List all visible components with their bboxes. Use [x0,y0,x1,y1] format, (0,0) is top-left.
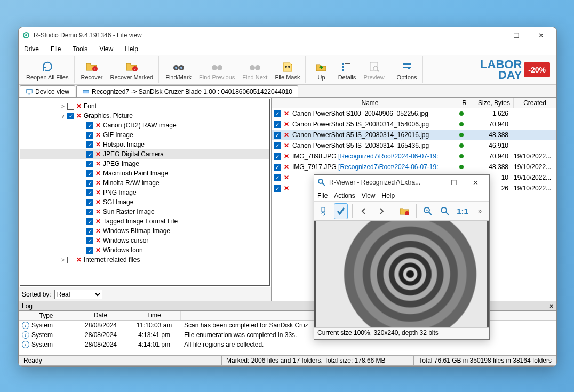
checkbox[interactable] [67,113,74,119]
checkbox[interactable] [274,164,281,171]
checkbox[interactable] [86,141,93,148]
checkbox[interactable] [274,153,281,160]
file-link[interactable]: [Recognized7\Root\2024-06-07-19: [338,153,438,160]
tab-device-view[interactable]: Device view [20,85,75,97]
menu-view[interactable]: View [97,44,115,54]
recover-marked-button[interactable]: ✓Recover Marked [107,57,156,83]
log-close-icon[interactable]: × [549,302,553,310]
close-button[interactable]: ✕ [529,27,553,43]
tree-row[interactable]: ✕Windows Icon [20,245,269,255]
find-previous-button[interactable]: Find Previous [196,57,238,83]
col-name[interactable]: Name [283,98,457,108]
tree-row[interactable]: ✕Hotspot Image [20,140,269,149]
up-button[interactable]: Up [309,57,333,83]
minimize-button[interactable]: — [480,27,504,43]
viewer-prev-button[interactable] [357,203,371,219]
viewer-minimize-button[interactable]: — [422,175,443,189]
checkbox[interactable] [86,237,93,244]
tree-row[interactable]: ✕Windows cursor [20,236,269,245]
tree-row[interactable]: ✕Sun Raster Image [20,207,269,217]
viewer-next-button[interactable] [374,203,389,219]
viewer-check-button[interactable] [334,203,348,219]
viewer-close-button[interactable]: ✕ [465,175,486,189]
tree-row[interactable]: ✕Tagged Image Format File [20,217,269,226]
checkbox[interactable] [67,257,74,263]
menu-help[interactable]: Help [123,44,140,54]
maximize-button[interactable]: ☐ [504,27,529,43]
table-row[interactable]: ✕Canon PowerShot S5 IS_20080314_165436.j… [272,140,556,151]
col-created[interactable]: Created [514,98,556,108]
checkbox[interactable] [274,174,281,181]
find-next-button[interactable]: Find Next [239,57,270,83]
viewer-maximize-button[interactable]: ☐ [443,175,465,189]
menu-tools[interactable]: Tools [70,44,90,54]
tab-recognized-path[interactable]: Recognized7 -> SanDisk Cruzer Blade 1.00… [76,85,298,97]
sort-select[interactable]: Real [54,290,102,299]
viewer-menu-file[interactable]: File [317,192,328,199]
table-row[interactable]: ✕Canon PowerShot S100_20040906_052256.jp… [272,108,556,119]
find-mark-button[interactable]: Find/Mark [162,57,195,83]
promo-banner[interactable]: LABORDAY -20% [480,59,554,81]
file-link[interactable]: [Recognized7\Root\2024-06-07-19: [338,163,438,171]
viewer-zoom-11-button[interactable]: 1:1 [456,203,470,219]
viewer-more-button[interactable]: » [473,203,487,219]
table-row[interactable]: ✕Canon PowerShot S5 IS_20080314_162016.j… [272,130,556,140]
viewer-recover-button[interactable] [397,203,412,219]
tree-row[interactable]: ✕SGI Image [20,197,269,207]
checkbox[interactable] [86,209,93,215]
table-row[interactable]: ✕Canon PowerShot S5 IS_20080314_154006.j… [272,119,556,130]
checkbox[interactable] [274,142,281,149]
tree-row[interactable]: ✕Canon (CR2) RAW image [20,121,269,130]
checkbox[interactable] [86,170,93,177]
checkbox[interactable] [86,189,93,196]
checkbox[interactable] [274,185,281,192]
viewer-menu-actions[interactable]: Actions [334,192,355,199]
checkbox[interactable] [86,247,93,254]
viewer-titlebar[interactable]: R-Viewer - Recognized7\Extra... — ☐ ✕ [314,175,489,190]
viewer-menu-help[interactable]: Help [382,192,395,199]
tree-row[interactable]: ✕Minolta RAW image [20,178,269,188]
checkbox[interactable] [274,110,281,117]
tree-row[interactable]: >✕Font [20,101,269,111]
viewer-menu-view[interactable]: View [362,192,376,199]
tree-row[interactable]: ✕PNG Image [20,188,269,197]
file-mask-button[interactable]: File Mask [272,57,303,83]
checkbox[interactable] [86,228,93,235]
col-r[interactable]: R [457,98,472,108]
reopen-all-files-button[interactable]: Reopen All Files [23,57,72,83]
checkbox[interactable] [274,121,281,128]
folder-tree[interactable]: >✕Fontv✕Graphics, Picture✕Canon (CR2) RA… [20,99,270,286]
viewer-pin-button[interactable] [316,203,331,219]
tree-row[interactable]: v✕Graphics, Picture [20,111,269,121]
preview-button[interactable]: Preview [360,57,387,83]
viewer-zoom-out-button[interactable]: − [438,203,452,219]
col-size[interactable]: Size, Bytes [472,98,514,108]
viewer-image-area[interactable] [314,221,489,327]
checkbox[interactable] [86,218,93,225]
tree-row[interactable]: ✕GIF Image [20,130,269,140]
checkbox[interactable] [274,132,281,139]
options-button[interactable]: Options [394,57,420,83]
checkbox[interactable] [86,122,93,129]
tree-row[interactable]: ✕Macintosh Paint Image [20,169,269,178]
menu-file[interactable]: File [49,44,63,54]
tree-row[interactable]: ✕JPEG Image [20,159,269,169]
viewer-zoom-in-button[interactable]: + [421,203,435,219]
log-row[interactable]: iSystem28/08/20244:14:01 pmAll file regi… [19,340,556,349]
table-row[interactable]: ✕IMG_7917.JPG [Recognized7\Root\2024-06-… [272,162,556,172]
file-grid-header[interactable]: Name R Size, Bytes Created [272,98,556,108]
checkbox[interactable] [67,103,74,110]
tree-row[interactable]: ✕JPEG Digital Camera [20,149,269,159]
details-button[interactable]: Details [334,57,359,83]
tree-row[interactable]: >✕Internet related files [20,255,269,265]
checkbox[interactable] [86,199,93,206]
checkbox[interactable] [86,151,93,158]
table-row[interactable]: ✕IMG_7898.JPG [Recognized7\Root\2024-06-… [272,151,556,162]
tree-row[interactable]: ✕Windows Bitmap Image [20,226,269,236]
titlebar[interactable]: R-Studio Demo 9.4.191346 - File view — ☐… [19,27,556,43]
checkbox[interactable] [86,132,93,139]
menu-drive[interactable]: Drive [22,44,41,54]
checkbox[interactable] [86,161,93,167]
checkbox[interactable] [86,180,93,187]
recover-button[interactable]: +Recover [78,57,106,83]
